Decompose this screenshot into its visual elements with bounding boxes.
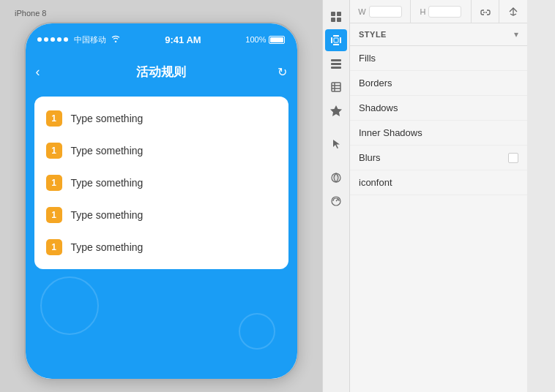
battery-fill [270, 37, 283, 42]
inner-shadows-label: Inner Shadows [359, 127, 518, 138]
style-item-iconfont[interactable]: iconfont [350, 170, 527, 195]
status-time: 9:41 AM [165, 34, 201, 45]
svg-marker-16 [330, 105, 342, 116]
signal-dots [37, 37, 68, 42]
svg-rect-5 [340, 37, 341, 43]
tool-style-paint[interactable] [325, 167, 347, 189]
item-text-4: Type something [71, 209, 144, 221]
tool-component[interactable] [325, 76, 347, 98]
flip-button[interactable] [499, 0, 527, 23]
tool-symbol[interactable] [325, 99, 347, 121]
blurs-label: Blurs [359, 152, 508, 163]
signal-dot-3 [51, 37, 55, 42]
status-right: 100% [245, 35, 285, 44]
item-text-3: Type something [71, 177, 144, 189]
tool-grid-rows[interactable] [325, 53, 347, 75]
item-badge-1: 1 [46, 110, 62, 127]
svg-rect-11 [331, 67, 341, 69]
device-label: iPhone 8 [15, 9, 46, 18]
height-field[interactable]: H [411, 0, 472, 23]
signal-dot-1 [37, 37, 42, 42]
item-badge-5: 1 [46, 239, 62, 255]
style-item-borders[interactable]: Borders [350, 71, 527, 96]
canvas-panel: iPhone 8 中国移动 [0, 0, 322, 392]
tool-prototype[interactable] [325, 190, 347, 212]
svg-rect-0 [331, 12, 335, 16]
style-item-inner-shadows[interactable]: Inner Shadows [350, 121, 527, 146]
signal-dot-4 [57, 37, 62, 42]
item-badge-3: 1 [46, 175, 62, 191]
style-item-shadows[interactable]: Shadows [350, 96, 527, 121]
navigation-bar: ‹ 活动规则 ↻ [26, 56, 297, 88]
width-input[interactable] [369, 6, 402, 18]
bg-decoration-1 [40, 276, 99, 335]
battery-icon [269, 36, 285, 44]
svg-rect-8 [334, 38, 338, 42]
shadows-label: Shadows [359, 102, 518, 113]
style-section-chevron: ▾ [514, 29, 518, 39]
content-area: 1 Type something 1 Type something 1 Type… [26, 88, 297, 379]
battery-percent: 100% [245, 35, 266, 44]
inspector-panel: W H STYLE ▾ Fills [350, 0, 527, 392]
status-left: 中国移动 [37, 34, 121, 45]
back-button[interactable]: ‹ [36, 64, 40, 80]
fills-label: Fills [359, 53, 518, 64]
borders-label: Borders [359, 78, 518, 88]
dimension-row: W H [350, 0, 527, 23]
style-section-title: STYLE [359, 30, 387, 39]
style-item-blurs[interactable]: Blurs [350, 146, 527, 170]
list-card: 1 Type something 1 Type something 1 Type… [34, 97, 288, 269]
nav-title: 活动规则 [136, 64, 186, 80]
iconfont-label: iconfont [359, 177, 518, 188]
style-item-fills[interactable]: Fills [350, 46, 527, 71]
svg-rect-3 [337, 18, 341, 22]
wifi-icon [111, 34, 121, 45]
signal-dot-5 [64, 37, 68, 42]
signal-dot-2 [44, 37, 48, 42]
item-badge-4: 1 [46, 207, 62, 223]
refresh-button[interactable]: ↻ [278, 65, 287, 79]
style-section-header[interactable]: STYLE ▾ [350, 23, 527, 46]
height-input[interactable] [428, 6, 461, 18]
list-item: 1 Type something [34, 231, 288, 263]
tool-pointer[interactable] [325, 133, 347, 155]
item-text-1: Type something [71, 113, 144, 124]
svg-rect-9 [331, 59, 341, 61]
tool-frame[interactable] [325, 29, 347, 51]
svg-rect-2 [331, 18, 335, 22]
svg-line-19 [336, 199, 338, 201]
width-field[interactable]: W [350, 0, 411, 23]
tool-grid-2x2[interactable] [325, 6, 347, 28]
iphone-mockup: 中国移动 9:41 AM 100% ‹ 活动规则 [24, 22, 299, 380]
toolbar [322, 0, 350, 392]
width-label: W [358, 7, 365, 16]
svg-rect-7 [333, 44, 339, 45]
status-bar: 中国移动 9:41 AM 100% [26, 23, 297, 56]
list-item: 1 Type something [34, 102, 288, 135]
constrain-proportions-button[interactable] [472, 0, 499, 23]
item-badge-2: 1 [46, 143, 62, 159]
svg-rect-10 [331, 63, 341, 65]
bg-decoration-2 [239, 313, 275, 350]
blurs-checkbox[interactable] [508, 153, 518, 163]
list-item: 1 Type something [34, 167, 288, 199]
item-text-5: Type something [71, 241, 144, 253]
svg-rect-6 [333, 35, 339, 37]
carrier-text: 中国移动 [74, 34, 106, 45]
height-label: H [420, 7, 426, 16]
svg-rect-12 [332, 83, 340, 91]
list-item: 1 Type something [34, 199, 288, 231]
svg-rect-1 [337, 12, 341, 16]
list-item: 1 Type something [34, 135, 288, 167]
svg-rect-4 [331, 37, 332, 43]
item-text-2: Type something [71, 145, 144, 157]
